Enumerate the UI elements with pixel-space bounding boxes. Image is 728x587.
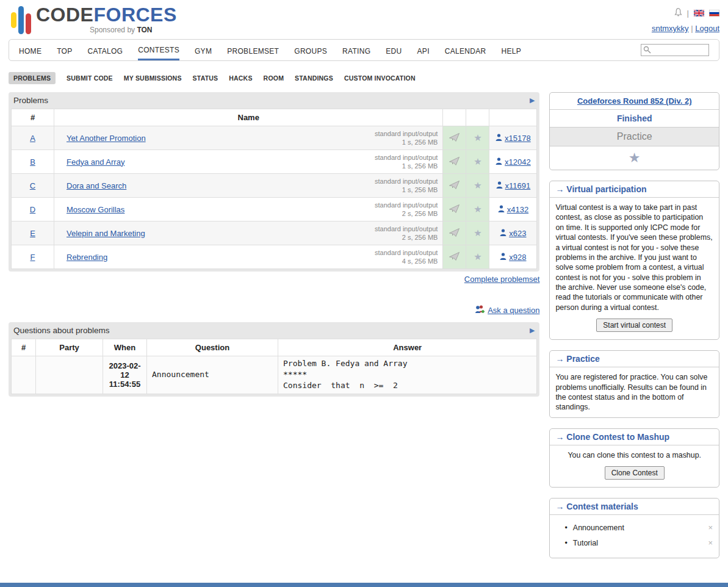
nav-problemset[interactable]: PROBLEMSET bbox=[227, 41, 279, 60]
ton-brand: TON bbox=[137, 26, 152, 34]
problem-index-link[interactable]: C bbox=[30, 181, 35, 190]
solved-count-link[interactable]: x4132 bbox=[498, 205, 528, 214]
sidebar: Codeforces Round 852 (Div. 2) Finished P… bbox=[549, 92, 719, 558]
ask-question-people-icon bbox=[475, 304, 485, 316]
favorite-star-icon[interactable]: ★ bbox=[474, 204, 481, 214]
submit-paper-plane-icon[interactable] bbox=[449, 206, 460, 215]
tab-problems[interactable]: PROBLEMS bbox=[9, 72, 56, 84]
favorite-star-icon[interactable]: ★ bbox=[474, 180, 481, 190]
solved-count-link[interactable]: x12042 bbox=[496, 157, 531, 167]
favorite-contest-star-icon[interactable]: ★ bbox=[629, 150, 641, 165]
ru-flag-icon[interactable] bbox=[709, 10, 719, 16]
tab-standings[interactable]: STANDINGS bbox=[295, 74, 333, 82]
submit-paper-plane-icon[interactable] bbox=[449, 253, 460, 262]
ask-question-link[interactable]: Ask a question bbox=[475, 304, 539, 316]
submit-paper-plane-icon[interactable] bbox=[449, 158, 460, 167]
materials-list: • Announcement × • Tutorial × bbox=[550, 520, 719, 550]
nav-contests[interactable]: CONTESTS bbox=[138, 40, 179, 60]
content: Problems ▶ # Name bbox=[9, 92, 719, 558]
submit-paper-plane-icon[interactable] bbox=[449, 182, 460, 191]
nav-api[interactable]: API bbox=[417, 41, 430, 60]
tab-hacks[interactable]: HACKS bbox=[229, 74, 252, 82]
problem-name-link[interactable]: Rebrending bbox=[67, 253, 107, 262]
problem-index-link[interactable]: F bbox=[31, 253, 35, 262]
complete-problemset-link[interactable]: Complete problemset bbox=[464, 275, 540, 284]
clone-mashup-text: You can clone this contest to a mashup. bbox=[550, 445, 719, 465]
search-icon bbox=[643, 46, 651, 56]
collapse-arrow-icon[interactable]: ▶ bbox=[530, 326, 535, 334]
tab-room[interactable]: ROOM bbox=[264, 74, 284, 82]
tab-status[interactable]: STATUS bbox=[193, 74, 218, 82]
material-tutorial-link[interactable]: Tutorial bbox=[573, 539, 598, 547]
q-col-index: # bbox=[12, 339, 36, 356]
main-nav: HOME TOP CATALOG CONTESTS GYM PROBLEMSET… bbox=[9, 39, 719, 61]
nav-groups[interactable]: GROUPS bbox=[294, 41, 327, 60]
problem-name-link[interactable]: Moscow Gorillas bbox=[67, 205, 124, 214]
practice-box: → Practice You are registered for practi… bbox=[549, 350, 719, 418]
nav-help[interactable]: HELP bbox=[502, 41, 522, 60]
start-virtual-contest-button[interactable]: Start virtual contest bbox=[596, 319, 672, 332]
problems-caption: Problems ▶ bbox=[11, 95, 537, 109]
tab-my-submissions[interactable]: MY SUBMISSIONS bbox=[124, 74, 182, 82]
problem-name-link[interactable]: Velepin and Marketing bbox=[67, 229, 145, 238]
tab-submit-code[interactable]: SUBMIT CODE bbox=[67, 74, 113, 82]
contest-status: Finished bbox=[550, 110, 719, 128]
user-line: sntmxykky | Logout bbox=[652, 24, 719, 33]
nav-calendar[interactable]: CALENDAR bbox=[445, 41, 486, 60]
nav-rating[interactable]: RATING bbox=[342, 41, 370, 60]
problem-name-link[interactable]: Yet Another Promotion bbox=[67, 134, 146, 143]
notification-bell-icon[interactable] bbox=[674, 8, 682, 18]
favorite-star-icon[interactable]: ★ bbox=[474, 132, 481, 143]
contest-materials-title: → Contest materials bbox=[550, 499, 719, 515]
contest-star-row: ★ bbox=[550, 146, 719, 170]
submit-paper-plane-icon[interactable] bbox=[449, 229, 460, 239]
logout-link[interactable]: Logout bbox=[695, 24, 719, 33]
close-icon[interactable]: × bbox=[708, 523, 713, 532]
problem-index-link[interactable]: B bbox=[30, 157, 35, 167]
q-col-when: When bbox=[103, 339, 147, 356]
logo-bar-blue bbox=[18, 6, 24, 34]
header-right: | sntmxykky | Logout bbox=[652, 5, 719, 33]
username-link[interactable]: sntmxykky bbox=[652, 24, 689, 33]
favorite-star-icon[interactable]: ★ bbox=[474, 251, 481, 262]
material-announcement-link[interactable]: Announcement bbox=[573, 524, 624, 532]
contest-title-link[interactable]: Codeforces Round 852 (Div. 2) bbox=[577, 96, 692, 106]
nav-catalog[interactable]: CATALOG bbox=[88, 41, 123, 60]
problem-constraints: standard input/output 2 s, 256 MB bbox=[375, 225, 438, 242]
col-header-favorite bbox=[466, 109, 489, 126]
solved-count-link[interactable]: x15178 bbox=[496, 134, 531, 143]
uk-flag-icon[interactable] bbox=[694, 10, 704, 16]
tab-custom-invocation[interactable]: CUSTOM INVOCATION bbox=[344, 74, 416, 82]
problem-name-link[interactable]: Dora and Search bbox=[67, 181, 126, 190]
logo-code: CODE bbox=[36, 4, 93, 26]
solved-person-icon bbox=[500, 229, 506, 238]
questions-header-row: # Party When Question Answer bbox=[12, 339, 537, 356]
submit-paper-plane-icon[interactable] bbox=[449, 134, 460, 143]
collapse-arrow-icon[interactable]: ▶ bbox=[530, 96, 535, 104]
contest-subnav: PROBLEMS SUBMIT CODE MY SUBMISSIONS STAT… bbox=[9, 72, 719, 84]
problem-name-link[interactable]: Fedya and Array bbox=[67, 157, 124, 167]
favorite-star-icon[interactable]: ★ bbox=[474, 228, 481, 238]
solved-person-icon bbox=[496, 157, 502, 167]
virtual-participation-text: Virtual contest is a way to take part in… bbox=[550, 198, 719, 317]
material-item-tutorial: • Tutorial × bbox=[564, 535, 713, 550]
bullet-icon: • bbox=[564, 539, 567, 547]
header-icons: | bbox=[652, 7, 719, 18]
close-icon[interactable]: × bbox=[708, 538, 713, 547]
questions-caption: Questions about problems ▶ bbox=[11, 325, 537, 339]
solved-count-link[interactable]: x623 bbox=[500, 229, 526, 238]
solved-count-link[interactable]: x11691 bbox=[496, 181, 531, 190]
codeforces-logo[interactable]: CODEFORCES Sponsored by TON bbox=[9, 5, 177, 34]
nav-top[interactable]: TOP bbox=[57, 41, 72, 60]
problem-index-link[interactable]: D bbox=[30, 205, 35, 214]
nav-gym[interactable]: GYM bbox=[195, 41, 212, 60]
nav-edu[interactable]: EDU bbox=[386, 41, 402, 60]
problem-index-link[interactable]: E bbox=[30, 229, 35, 238]
virtual-button-row: Start virtual contest bbox=[550, 317, 719, 339]
problem-index-link[interactable]: A bbox=[30, 134, 35, 143]
sponsored-by: Sponsored by TON bbox=[36, 26, 177, 34]
favorite-star-icon[interactable]: ★ bbox=[474, 156, 481, 167]
clone-contest-button[interactable]: Clone Contest bbox=[605, 466, 665, 480]
nav-home[interactable]: HOME bbox=[19, 41, 41, 60]
solved-count-link[interactable]: x928 bbox=[500, 253, 526, 262]
